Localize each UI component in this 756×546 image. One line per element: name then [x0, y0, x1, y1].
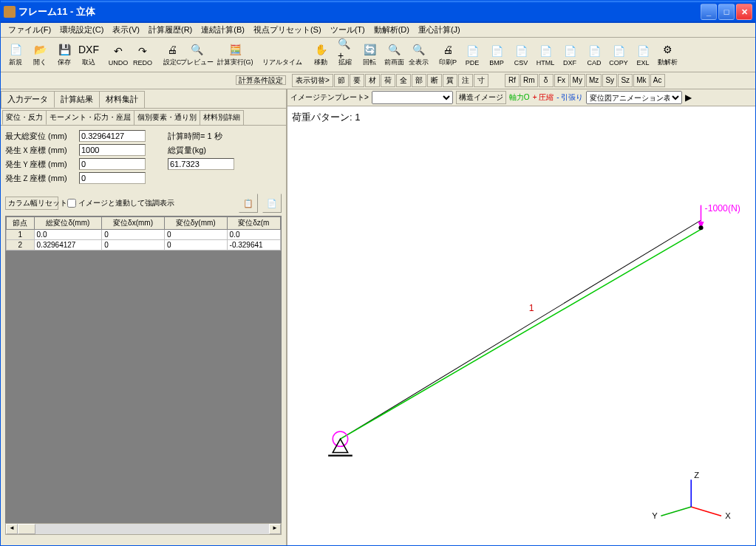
subbar-Sz[interactable]: Sz	[618, 74, 633, 87]
col-reset-button[interactable]: カラム幅リセット	[5, 197, 58, 210]
subbar-表示切替>[interactable]: 表示切替>	[292, 74, 333, 87]
toolbar-icon: 🔍	[189, 42, 204, 57]
menu-item[interactable]: ファイル(F)	[4, 23, 55, 37]
subtab-0[interactable]: 変位・反力	[2, 110, 47, 125]
toolbar-新規[interactable]: 📄新規	[4, 40, 27, 69]
col-header[interactable]: 変位δz(m	[227, 217, 280, 230]
tab-入力データ[interactable]: 入力データ	[1, 91, 55, 108]
subbar-荷[interactable]: 荷	[381, 74, 395, 87]
play-button[interactable]: ▶	[685, 92, 692, 103]
toolbar-UNDO[interactable]: ↶UNDO	[106, 40, 130, 69]
menu-item[interactable]: ツール(T)	[326, 23, 370, 37]
toolbar-icon: 🔄	[362, 42, 377, 57]
model-canvas[interactable]: 荷重パターン: 1 -1000(N) 1	[287, 106, 755, 545]
toolbar-CSV[interactable]: 📄CSV	[509, 40, 533, 69]
toolbar-動解析[interactable]: ⚙動解析	[655, 40, 679, 69]
subbar-My[interactable]: My	[570, 74, 585, 87]
svg-line-8	[691, 507, 721, 516]
subbar-寸[interactable]: 寸	[474, 74, 488, 87]
subtab-2[interactable]: 個別要素・通り別	[134, 110, 200, 125]
subbar-注[interactable]: 注	[458, 74, 473, 87]
horizontal-scrollbar[interactable]: ◄►	[5, 523, 282, 535]
subbar-質[interactable]: 質	[443, 74, 457, 87]
struct-image-button[interactable]: 構造イメージ	[456, 91, 506, 104]
x-coord-input[interactable]	[79, 144, 146, 156]
toolbar-移動[interactable]: ✋移動	[309, 40, 333, 69]
toolbar-icon: DXF	[81, 42, 96, 57]
subbar-節[interactable]: 節	[334, 74, 349, 87]
mass-input[interactable]	[168, 158, 234, 170]
menu-item[interactable]: 環境設定(C)	[55, 23, 108, 37]
subbar-材[interactable]: 材	[365, 74, 380, 87]
minimize-button[interactable]: _	[701, 4, 717, 20]
subbar-[interactable]	[489, 74, 504, 87]
subtab-1[interactable]: モーメント・応力・座屈	[46, 110, 134, 125]
subbar-Fx[interactable]: Fx	[554, 74, 569, 87]
toolbar-保存[interactable]: 💾保存	[52, 40, 76, 69]
subbar-Sy[interactable]: Sy	[602, 74, 617, 87]
result-table[interactable]: 節点総変位δ(mm)変位δx(mm)変位δy(mm)変位δz(m 10.0000…	[5, 216, 282, 251]
app-icon	[4, 6, 16, 18]
z-coord-input[interactable]	[79, 172, 146, 184]
toolbar-DXF[interactable]: 📄DXF	[558, 40, 582, 69]
menu-item[interactable]: 連続計算(B)	[197, 23, 249, 37]
subtab-3[interactable]: 材料別詳細	[200, 110, 244, 125]
col-header[interactable]: 変位δy(mm)	[164, 217, 227, 230]
subbar-Mz[interactable]: Mz	[586, 74, 602, 87]
table-row[interactable]: 10.0000.0	[7, 230, 281, 240]
toolbar-COPY[interactable]: 📄COPY	[607, 40, 630, 69]
copy-icon-button[interactable]: 📋	[239, 194, 258, 213]
table-row[interactable]: 20.3296412700-0.329641	[7, 240, 281, 250]
max-disp-input[interactable]	[79, 130, 146, 142]
col-header[interactable]: 節点	[7, 217, 35, 230]
sync-highlight-check[interactable]: イメージと連動して強調表示	[67, 198, 174, 208]
menu-item[interactable]: 動解析(D)	[370, 23, 414, 37]
toolbar-取込[interactable]: DXF取込	[77, 40, 101, 69]
toolbar-リアルタイム[interactable]: リアルタイム	[262, 40, 303, 69]
toolbar-印刷P[interactable]: 🖨印刷P	[436, 40, 460, 69]
subbar-断[interactable]: 断	[427, 74, 442, 87]
toolbar-icon: ✋	[313, 42, 328, 57]
subbar-Ac[interactable]: Ac	[650, 74, 665, 87]
toolbar-PDE[interactable]: 📄PDE	[460, 40, 484, 69]
col-header[interactable]: 変位δx(mm)	[102, 217, 165, 230]
subbar-Rf[interactable]: Rf	[505, 74, 520, 87]
menu-item[interactable]: 重心計算(J)	[414, 23, 465, 37]
toolbar-プレビュー[interactable]: 🔍プレビュー	[185, 40, 208, 69]
left-tabs: 入力データ計算結果材料集計	[1, 89, 286, 109]
y-coord-input[interactable]	[79, 158, 146, 170]
tab-材料集計[interactable]: 材料集計	[99, 91, 145, 108]
subbar-部[interactable]: 部	[412, 74, 426, 87]
toolbar-拡縮[interactable]: 🔍+拡縮	[333, 40, 357, 69]
subbar-全[interactable]: 全	[396, 74, 411, 87]
export-icon-button[interactable]: 📄	[262, 194, 282, 213]
subbar-Mk[interactable]: Mk	[633, 74, 649, 87]
col-header[interactable]: 総変位δ(mm)	[34, 217, 102, 230]
toolbar-回転[interactable]: 🔄回転	[358, 40, 381, 69]
toolbar-前画面[interactable]: 🔍前画面	[382, 40, 406, 69]
template-label: イメージテンプレート>	[290, 92, 369, 103]
tab-計算結果[interactable]: 計算結果	[54, 91, 100, 108]
toolbar-CAD[interactable]: 📄CAD	[582, 40, 606, 69]
toolbar-HTML[interactable]: 📄HTML	[534, 40, 557, 69]
legend-tension: - 引張り	[556, 92, 583, 103]
display-mode-select[interactable]: 変位図アニメーション表示	[586, 91, 682, 104]
menu-item[interactable]: 表示(V)	[108, 23, 144, 37]
toolbar-EXL[interactable]: 📄EXL	[631, 40, 655, 69]
toolbar-BMP[interactable]: 📄BMP	[485, 40, 508, 69]
toolbar-全表示[interactable]: 🔍全表示	[406, 40, 430, 69]
subbar-要[interactable]: 要	[350, 74, 364, 87]
close-button[interactable]: ✕	[736, 4, 752, 20]
maximize-button[interactable]: □	[718, 4, 735, 20]
window-title: フレーム11 - 立体	[18, 5, 701, 18]
toolbar-計算実行(G)[interactable]: 🧮計算実行(G)	[214, 40, 256, 69]
toolbar-icon: ⚙	[660, 42, 675, 57]
calc-settings-button[interactable]: 計算条件設定	[236, 75, 286, 85]
subbar-δ[interactable]: δ	[539, 74, 554, 87]
toolbar-REDO[interactable]: ↷REDO	[131, 40, 154, 69]
subbar-Rm[interactable]: Rm	[520, 74, 538, 87]
menu-item[interactable]: 視点プリセット(S)	[249, 23, 326, 37]
template-select[interactable]	[372, 91, 453, 104]
menu-item[interactable]: 計算履歴(R)	[144, 23, 197, 37]
toolbar-開く[interactable]: 📂開く	[28, 40, 52, 69]
